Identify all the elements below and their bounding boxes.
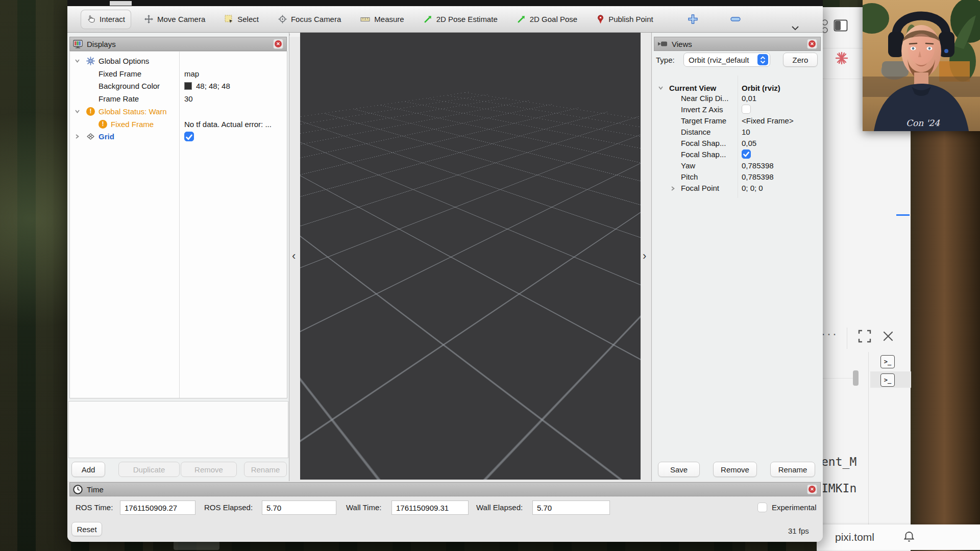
statusbar-filename[interactable]: pixi.toml: [835, 531, 874, 543]
toolbar-button-interact[interactable]: Interact: [81, 10, 131, 29]
wall-elapsed-input[interactable]: 5.70: [532, 500, 610, 515]
tree-row-invert-z[interactable]: Invert Z Axis: [654, 104, 821, 115]
toolbar-button-label: Select: [237, 15, 259, 23]
rename-display-button[interactable]: Rename: [244, 462, 287, 477]
ros-elapsed-input[interactable]: 5.70: [262, 500, 336, 515]
close-icon[interactable]: [883, 331, 894, 342]
tree-row-value[interactable]: 30: [184, 92, 193, 105]
tree-row-focal-shape-fixed[interactable]: Focal Shap...: [654, 149, 821, 160]
remove-tool-button[interactable]: [724, 10, 747, 29]
close-icon: ✕: [808, 486, 816, 493]
toolbar-overflow-chevron-icon[interactable]: [791, 26, 799, 31]
toolbar-button-2d-goal-pose[interactable]: 2D Goal Pose: [511, 10, 583, 29]
grid-enabled-checkbox[interactable]: [184, 132, 194, 141]
map-pin-icon: [597, 15, 604, 24]
tree-row-value[interactable]: 48; 48; 48: [196, 80, 230, 92]
tree-row-background-color[interactable]: Background Color 48; 48; 48: [70, 80, 287, 92]
tree-row-yaw[interactable]: Yaw 0,785398: [654, 160, 821, 171]
focal-shape-checkbox[interactable]: [742, 149, 751, 159]
terminal-icon[interactable]: >_: [880, 373, 895, 387]
views-panel-header[interactable]: Views ✕: [654, 37, 821, 51]
tree-row-value[interactable]: 10: [742, 127, 750, 138]
remove-display-button[interactable]: Remove: [181, 462, 237, 477]
add-tool-button[interactable]: [682, 10, 704, 29]
tree-row-value[interactable]: 0,785398: [742, 160, 774, 171]
tree-row-label: Focal Point: [681, 183, 719, 194]
crosshair-icon: [278, 15, 287, 23]
toolbar-button-select[interactable]: Select: [218, 10, 265, 29]
chevron-right-icon[interactable]: [670, 186, 676, 191]
starburst-icon[interactable]: [835, 51, 849, 65]
view-type-dropdown[interactable]: Orbit (rviz_default: [683, 53, 770, 67]
duplicate-display-button[interactable]: Duplicate: [118, 462, 180, 477]
fps-counter: 31 fps: [788, 524, 809, 538]
toolbar-button-focus-camera[interactable]: Focus Camera: [272, 10, 347, 29]
zero-view-button[interactable]: Zero: [783, 53, 818, 67]
panel-close-button[interactable]: ✕: [807, 39, 817, 49]
ruler-icon: [360, 16, 370, 23]
tree-row-grid[interactable]: Grid: [70, 130, 287, 143]
toolbar-button-label: 2D Goal Pose: [530, 15, 577, 23]
invert-z-checkbox[interactable]: [742, 105, 751, 114]
tree-row-value[interactable]: <Fixed Frame>: [742, 115, 794, 127]
wall-time-input[interactable]: 1761150909.31: [391, 500, 469, 515]
webcam-overlay: Con '24: [863, 0, 980, 131]
tree-row-label: Focal Shap...: [681, 149, 726, 160]
panel-close-button[interactable]: ✕: [807, 484, 817, 494]
chevron-down-icon[interactable]: [658, 85, 664, 91]
remove-view-button[interactable]: Remove: [713, 462, 757, 477]
more-options-icon[interactable]: ···: [821, 327, 838, 341]
tree-row-global-options[interactable]: Global Options: [70, 55, 287, 67]
tree-row-global-status[interactable]: ! Global Status: Warn: [70, 105, 287, 118]
terminal-icon[interactable]: >_: [880, 355, 895, 368]
toolbar-button-label: Interact: [100, 15, 125, 23]
toolbar-button-publish-point[interactable]: Publish Point: [591, 10, 659, 29]
displays-panel-header[interactable]: Displays ✕: [69, 37, 287, 51]
tree-row-pitch[interactable]: Pitch 0,785398: [654, 171, 821, 183]
tree-row-fixed-frame[interactable]: Fixed Frame map: [70, 67, 287, 80]
tree-row-target-frame[interactable]: Target Frame <Fixed Frame>: [654, 115, 821, 127]
sidebar-toggle-icon[interactable]: [834, 19, 848, 32]
toolbar-button-2d-pose-estimate[interactable]: 2D Pose Estimate: [418, 10, 504, 29]
tree-row-focal-shape-size[interactable]: Focal Shap... 0,05: [654, 138, 821, 149]
blue-caret-mark: [896, 214, 910, 216]
chevron-right-icon[interactable]: [75, 134, 80, 139]
tree-row-value[interactable]: No tf data. Actual error: ...: [184, 118, 272, 131]
scrollbar-thumb[interactable]: [853, 370, 859, 386]
save-view-button[interactable]: Save: [658, 462, 700, 477]
webcam-video: Con '24: [863, 0, 980, 131]
tree-row-fixed-frame-warning[interactable]: ! Fixed Frame No tf data. Actual error: …: [70, 118, 287, 131]
bell-icon[interactable]: [903, 531, 915, 544]
tree-row-value[interactable]: 0,785398: [742, 171, 774, 183]
3d-viewport[interactable]: [300, 33, 641, 480]
editor-divider: [868, 352, 869, 532]
tree-row-near-clip[interactable]: Near Clip Di... 0,01: [654, 93, 821, 104]
tree-row-value[interactable]: 0; 0; 0: [742, 183, 763, 194]
collapse-left-panel-arrow[interactable]: ‹: [292, 251, 296, 261]
panel-close-button[interactable]: ✕: [273, 39, 283, 49]
time-panel-header[interactable]: Time ✕: [69, 482, 821, 496]
add-display-button[interactable]: Add: [71, 462, 105, 477]
experimental-checkbox[interactable]: [757, 503, 767, 512]
tree-row-value[interactable]: 0,01: [742, 93, 756, 104]
collapse-right-panel-arrow[interactable]: ›: [643, 251, 646, 261]
tree-row-value[interactable]: 0,05: [742, 138, 756, 149]
rename-view-button[interactable]: Rename: [770, 462, 815, 477]
tree-row-value[interactable]: map: [184, 67, 199, 80]
tree-row-focal-point[interactable]: Focal Point 0; 0; 0: [654, 183, 821, 194]
color-swatch[interactable]: [184, 82, 192, 90]
toolbar-button-move-camera[interactable]: Move Camera: [138, 10, 211, 29]
tree-row-distance[interactable]: Distance 10: [654, 127, 821, 138]
gear-icon: [86, 57, 95, 65]
shirt-text: Con '24: [906, 118, 940, 128]
toolbar-button-measure[interactable]: Measure: [354, 10, 410, 29]
reset-button[interactable]: Reset: [71, 522, 102, 536]
displays-panel: Displays ✕ Global Options Fixed Frame ma…: [67, 33, 289, 481]
chevron-down-icon[interactable]: [75, 58, 80, 64]
green-arrow-icon: [424, 15, 432, 23]
tree-row-label: Global Status: Warn: [99, 105, 167, 118]
ros-time-input[interactable]: 1761150909.27: [120, 500, 195, 515]
expand-icon[interactable]: [858, 330, 871, 343]
chevron-down-icon[interactable]: [75, 109, 80, 114]
tree-row-frame-rate[interactable]: Frame Rate 30: [70, 92, 287, 105]
